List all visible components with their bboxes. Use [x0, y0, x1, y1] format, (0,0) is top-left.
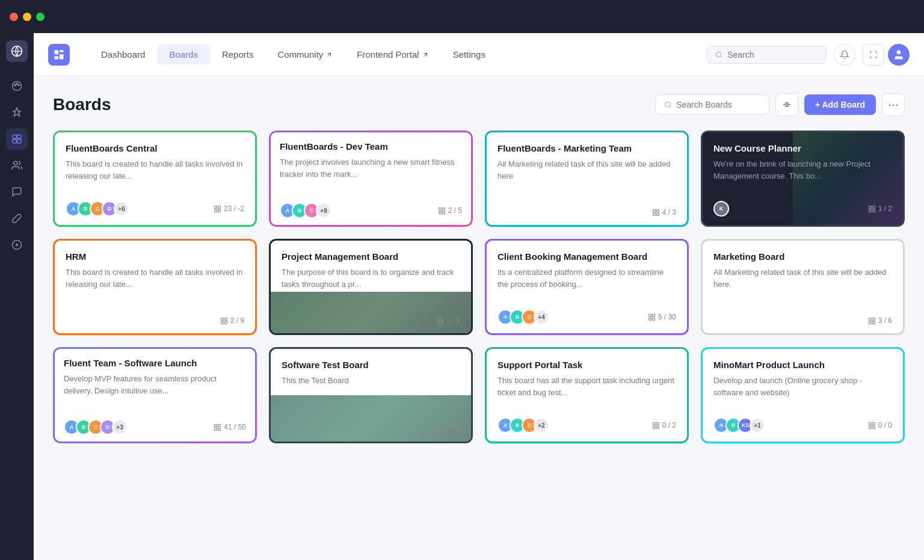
task-count: 23 / -2 — [214, 205, 244, 213]
board-card-client-booking[interactable]: Client Booking Management Board Its a ce… — [485, 239, 689, 335]
card-footer: 3 / 10 — [271, 419, 471, 442]
card-avatars: A B C +4 — [497, 309, 549, 325]
boards-search-input[interactable] — [676, 100, 760, 109]
sidebar-board-icon[interactable] — [6, 128, 28, 150]
svg-rect-58 — [433, 426, 436, 428]
boards-header: Boards + Add Board ⋯ — [53, 93, 905, 116]
top-nav: fluent-central Dashboard Boards Reports … — [34, 33, 924, 76]
card-desc: This board has all the support task incl… — [497, 375, 676, 403]
boards-search-container[interactable] — [655, 94, 769, 115]
maximize-button[interactable] — [36, 13, 45, 21]
svg-point-17 — [897, 50, 901, 54]
app-layout: fluent-central Dashboard Boards Reports … — [0, 33, 924, 560]
search-icon — [715, 51, 722, 59]
svg-point-9 — [14, 161, 17, 165]
board-card-fluent-central[interactable]: FluentBoards Central This board is creat… — [53, 131, 257, 227]
sort-button[interactable] — [775, 93, 798, 116]
svg-rect-33 — [656, 213, 659, 215]
sidebar-chat-icon[interactable] — [6, 181, 28, 203]
nav-search-input[interactable] — [727, 50, 818, 60]
card-desc: The purpose of this board is to organize… — [282, 266, 460, 302]
svg-rect-25 — [218, 209, 221, 212]
card-desc: The project involves launching a new sma… — [280, 156, 462, 188]
card-title: HRM — [66, 251, 244, 262]
boards-actions: + Add Board ⋯ — [655, 93, 905, 116]
notification-bell[interactable] — [834, 44, 855, 66]
card-title: Support Portal Task — [497, 360, 676, 370]
card-footer: A B C D +3 41 / 50 — [53, 413, 257, 443]
card-footer: A B C +4 5 / 30 — [487, 303, 687, 333]
sidebar-team-icon[interactable] — [6, 155, 28, 176]
avatar-overflow-count: +3 — [112, 419, 128, 435]
svg-rect-65 — [656, 426, 659, 428]
card-footer: 2 / 9 — [271, 310, 471, 333]
board-card-new-course[interactable]: New Course Planner We're on the brink of… — [701, 131, 905, 227]
board-card-software-test[interactable]: Software Test Board This the Test Board … — [269, 347, 473, 443]
sidebar-pin-icon[interactable] — [6, 102, 28, 123]
sidebar-play-icon[interactable] — [6, 234, 28, 256]
board-card-minomart[interactable]: MinoMart Product Launch Develop and laun… — [701, 347, 905, 443]
svg-rect-50 — [869, 318, 871, 320]
more-options-button[interactable]: ⋯ — [882, 93, 905, 116]
card-desc: We're on the brink of launching a new Pr… — [713, 158, 892, 186]
board-card-support-portal[interactable]: Support Portal Task This board has all t… — [485, 347, 689, 443]
svg-rect-55 — [218, 424, 221, 426]
add-board-button[interactable]: + Add Board — [804, 94, 876, 115]
nav-dashboard[interactable]: fluent-central Dashboard — [89, 45, 157, 64]
task-count: 0 / 0 — [868, 421, 892, 429]
svg-rect-22 — [215, 206, 217, 208]
svg-rect-31 — [656, 209, 659, 212]
svg-rect-69 — [872, 426, 875, 428]
board-card-project-mgmt[interactable]: Project Management Board The purpose of … — [269, 239, 473, 335]
user-avatar[interactable] — [888, 44, 910, 66]
card-desc: Develop MVP features for seamless produc… — [64, 373, 246, 405]
svg-rect-60 — [433, 429, 436, 432]
svg-rect-43 — [440, 318, 443, 320]
card-desc: Develop and launch (Online grocery shop … — [713, 375, 892, 403]
sidebar-brush-icon[interactable] — [6, 208, 28, 229]
task-count: 2 / 9 — [436, 316, 460, 325]
card-avatars: A B KS +1 — [713, 417, 765, 433]
svg-rect-52 — [869, 321, 871, 324]
svg-rect-44 — [437, 321, 439, 324]
card-title: Software Test Board — [282, 360, 460, 370]
wordpress-logo[interactable] — [6, 40, 28, 62]
card-title: FluentBoards - Dev Team — [280, 141, 462, 152]
card-avatars: A B C +2 — [497, 417, 549, 433]
avatar: K — [713, 201, 729, 217]
card-desc: All Marketing related task of this site … — [497, 158, 676, 194]
card-footer: A B C D +6 23 / -2 — [55, 195, 255, 225]
nav-community[interactable]: Community — [265, 45, 345, 64]
board-card-software-launch[interactable]: Fluent Team - Software Launch Develop MV… — [53, 347, 257, 443]
sidebar-palette-icon[interactable] — [6, 75, 28, 97]
board-card-marketing-board[interactable]: Marketing Board All Marketing related ta… — [701, 239, 905, 335]
nav-boards[interactable]: Boards — [157, 45, 210, 64]
board-card-hrm[interactable]: HRM This board is created to handle all … — [53, 239, 257, 335]
board-card-marketing-team[interactable]: FluentBoards - Marketing Team All Market… — [485, 131, 689, 227]
close-button[interactable] — [10, 13, 18, 21]
svg-rect-39 — [224, 318, 227, 320]
task-count: 5 / 30 — [648, 313, 676, 321]
nav-right — [706, 44, 910, 66]
nav-reports[interactable]: Reports — [210, 45, 266, 64]
board-card-dev-team[interactable]: FluentBoards - Dev Team The project invo… — [269, 131, 473, 227]
task-count: 41 / 50 — [214, 423, 246, 431]
svg-rect-49 — [653, 318, 655, 320]
card-footer: 3 / 6 — [703, 310, 903, 333]
nav-frontend-portal[interactable]: Frontend Portal — [345, 45, 440, 64]
svg-rect-15 — [55, 56, 59, 59]
card-footer: K 1 / 2 — [703, 195, 903, 225]
card-title: FluentBoards Central — [66, 143, 244, 153]
svg-point-18 — [665, 102, 670, 106]
svg-rect-26 — [439, 208, 441, 210]
nav-settings[interactable]: Settings — [441, 45, 497, 64]
card-title: Project Management Board — [282, 251, 460, 262]
minimize-button[interactable] — [23, 13, 31, 21]
nav-search-bar[interactable] — [706, 46, 827, 64]
card-footer: A B KS +1 0 / 0 — [703, 411, 903, 442]
expand-button[interactable] — [863, 44, 884, 66]
svg-rect-13 — [60, 50, 64, 52]
svg-rect-36 — [869, 209, 871, 212]
nav-items: fluent-central Dashboard Boards Reports … — [89, 45, 706, 64]
task-count: 4 / 3 — [652, 208, 676, 217]
